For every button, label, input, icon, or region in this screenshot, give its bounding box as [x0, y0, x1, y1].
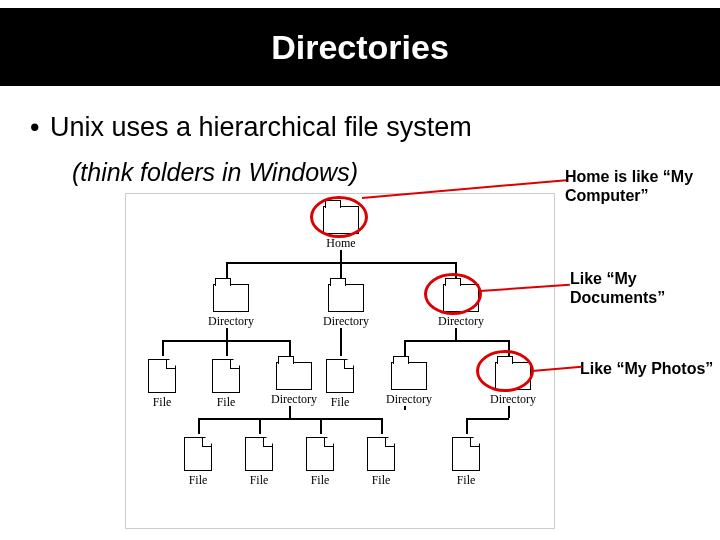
node-file: File [367, 437, 395, 488]
node-label: Home [323, 236, 359, 251]
connector [198, 418, 200, 434]
node-label: File [367, 473, 395, 488]
node-label: File [326, 395, 354, 410]
folder-icon [328, 284, 364, 312]
connector [404, 340, 509, 342]
connector [289, 340, 291, 356]
node-label: File [212, 395, 240, 410]
connector [198, 418, 381, 420]
file-icon [184, 437, 212, 471]
node-label: Directory [490, 392, 536, 407]
node-label: File [452, 473, 480, 488]
node-file: File [326, 359, 354, 410]
node-file: File [184, 437, 212, 488]
bullet-dot: • [30, 112, 50, 143]
connector [455, 328, 457, 340]
file-icon [306, 437, 334, 471]
annotation-photos: Like “My Photos” [580, 360, 715, 379]
node-file: File [306, 437, 334, 488]
connector [466, 418, 509, 420]
node-directory: Directory [208, 284, 254, 329]
annotation-documents: Like “My Documents” [570, 270, 705, 308]
circle-directory [424, 273, 482, 315]
node-file: File [148, 359, 176, 410]
connector [404, 406, 406, 410]
file-icon [452, 437, 480, 471]
bullet-line: •Unix uses a hierarchical file system [30, 112, 670, 143]
connector [226, 328, 228, 340]
circle-subdirectory [476, 350, 534, 392]
connector [259, 418, 261, 434]
folder-icon [391, 362, 427, 390]
node-label: Directory [323, 314, 369, 329]
node-directory: Directory [323, 284, 369, 329]
node-label: File [245, 473, 273, 488]
node-directory: Directory [271, 362, 317, 407]
node-file: File [245, 437, 273, 488]
node-directory: Directory [386, 362, 432, 407]
folder-icon [213, 284, 249, 312]
connector [226, 262, 228, 278]
connector [340, 328, 342, 356]
node-label: Directory [208, 314, 254, 329]
connector [226, 340, 228, 356]
file-icon [326, 359, 354, 393]
connector [289, 406, 291, 418]
node-file: File [212, 359, 240, 410]
node-label: Directory [386, 392, 432, 407]
circle-home [310, 196, 368, 238]
node-label: Directory [271, 392, 317, 407]
connector [162, 340, 164, 356]
node-label: File [306, 473, 334, 488]
node-label: File [184, 473, 212, 488]
file-icon [367, 437, 395, 471]
file-icon [148, 359, 176, 393]
connector [466, 418, 468, 434]
connector [340, 250, 342, 262]
connector [381, 418, 383, 434]
annotation-home: Home is like “My Computer” [565, 168, 700, 206]
node-label: File [148, 395, 176, 410]
bullet-text: Unix uses a hierarchical file system [50, 112, 472, 142]
bullet-subtext: (think folders in Windows) [72, 158, 358, 187]
node-label: Directory [438, 314, 484, 329]
node-file: File [452, 437, 480, 488]
connector [508, 406, 510, 418]
slide-title-text: Directories [271, 28, 449, 67]
file-icon [212, 359, 240, 393]
connector [340, 262, 342, 278]
connector [320, 418, 322, 434]
file-icon [245, 437, 273, 471]
slide-title: Directories [0, 8, 720, 86]
folder-icon [276, 362, 312, 390]
connector [404, 340, 406, 356]
